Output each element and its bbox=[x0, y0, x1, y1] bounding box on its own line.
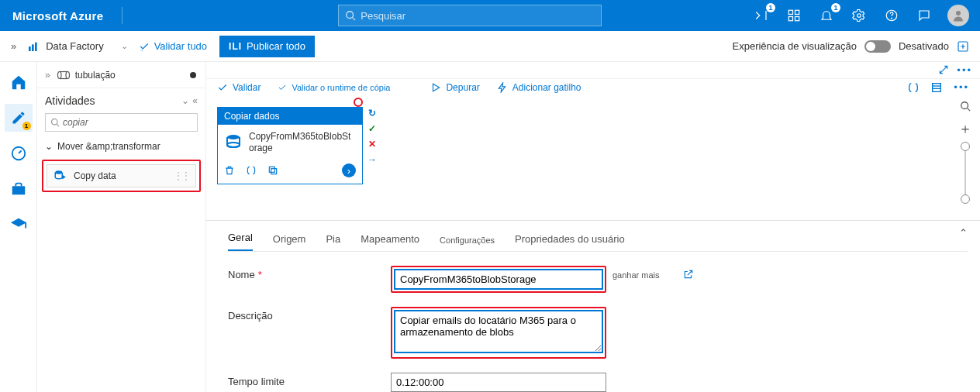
expand-tree-icon[interactable]: » bbox=[45, 70, 50, 81]
author-badge: 1 bbox=[22, 122, 31, 130]
name-label: Nome bbox=[228, 269, 255, 280]
rail-home[interactable] bbox=[5, 68, 33, 96]
rail-manage[interactable] bbox=[5, 175, 33, 203]
add-trigger-button[interactable]: Adicionar gatilho bbox=[497, 82, 581, 93]
cloud-shell-icon[interactable]: 1 bbox=[752, 6, 771, 25]
description-input[interactable] bbox=[394, 310, 603, 353]
properties-pane: Geral Origem Pia Mapeamento Configuraçõe… bbox=[206, 220, 980, 392]
svg-point-6 bbox=[858, 14, 861, 18]
svg-rect-11 bbox=[32, 44, 34, 51]
svg-rect-4 bbox=[788, 17, 792, 21]
check-icon bbox=[278, 83, 287, 92]
tab-settings[interactable]: Configurações bbox=[440, 236, 495, 251]
rail-monitor[interactable] bbox=[5, 139, 33, 167]
more-icon[interactable]: ••• bbox=[957, 64, 972, 76]
graduation-icon bbox=[10, 216, 27, 233]
unsaved-indicator bbox=[190, 72, 196, 78]
tab-user-properties[interactable]: Propriedades do usuário bbox=[515, 233, 625, 251]
node-port-fail[interactable]: ✕ bbox=[366, 138, 378, 150]
zoom-slider[interactable] bbox=[964, 146, 966, 200]
node-run-icon[interactable]: › bbox=[342, 163, 356, 177]
pipeline-toolbar: Validar Validar o runtime de cópia Depur… bbox=[206, 79, 980, 96]
account-avatar[interactable] bbox=[947, 5, 969, 26]
settings-icon[interactable] bbox=[850, 6, 868, 25]
azure-logo[interactable]: Microsoft Azure bbox=[0, 9, 116, 22]
name-input[interactable] bbox=[394, 269, 603, 290]
feedback-icon[interactable] bbox=[915, 6, 933, 25]
highlight-copy-data: Copy data ⋮⋮ bbox=[42, 160, 201, 192]
svg-point-8 bbox=[892, 18, 892, 19]
copy-activity-node[interactable]: Copiar dados CopyFromM365toBlobStorage › bbox=[217, 107, 363, 184]
activity-copy-data[interactable]: Copy data ⋮⋮ bbox=[47, 164, 196, 187]
copy-data-icon bbox=[53, 169, 67, 183]
svg-rect-10 bbox=[29, 46, 31, 51]
svg-rect-29 bbox=[269, 167, 274, 172]
pipeline-icon bbox=[57, 70, 71, 80]
node-code-icon[interactable] bbox=[246, 165, 257, 176]
description-label: Descrição bbox=[228, 307, 391, 322]
notifications-badge: 1 bbox=[831, 3, 840, 12]
node-breakpoint-indicator bbox=[354, 98, 363, 107]
preview-toggle[interactable] bbox=[864, 40, 891, 53]
activities-title: Atividades bbox=[45, 95, 95, 107]
expand-rail-icon[interactable]: » bbox=[11, 40, 16, 52]
zoom-in-icon[interactable]: ＋ bbox=[958, 119, 972, 138]
node-port-success[interactable]: ✓ bbox=[366, 122, 378, 135]
breadcrumb[interactable]: Data Factory ⌄ bbox=[27, 40, 138, 53]
preview-state-label: Desativado bbox=[899, 40, 949, 52]
activities-panel: » tubulação Atividades ⌄ « copiar ⌄ Move… bbox=[37, 62, 206, 392]
publish-all-button[interactable]: ILI Publicar todo bbox=[219, 36, 315, 57]
node-port-skip[interactable]: → bbox=[366, 153, 378, 166]
factory-icon bbox=[27, 40, 40, 53]
activities-search[interactable]: copiar bbox=[45, 113, 198, 132]
canvas-search-icon[interactable] bbox=[960, 101, 971, 112]
directories-icon[interactable] bbox=[785, 6, 803, 25]
code-view-icon[interactable] bbox=[907, 81, 920, 94]
node-name-label: CopyFromM365toBlobStorage bbox=[249, 131, 356, 154]
chevron-down-icon: ⌄ bbox=[45, 141, 53, 152]
check-icon bbox=[139, 41, 150, 52]
validate-button[interactable]: Validar bbox=[217, 82, 261, 93]
open-external-icon[interactable] bbox=[683, 269, 694, 280]
activity-group-move-transform[interactable]: ⌄ Mover &amp;transformar bbox=[37, 136, 205, 156]
pipeline-canvas[interactable]: Copiar dados CopyFromM365toBlobStorage ›… bbox=[206, 96, 980, 220]
collapse-props-icon[interactable]: ⌃ bbox=[959, 227, 968, 239]
search-icon bbox=[345, 10, 356, 21]
svg-point-17 bbox=[66, 71, 70, 78]
svg-line-1 bbox=[353, 18, 356, 21]
more-actions-icon[interactable]: ••• bbox=[954, 81, 969, 94]
chevron-down-icon: ⌄ bbox=[121, 41, 128, 51]
expand-canvas-icon[interactable] bbox=[938, 64, 949, 75]
debug-button[interactable]: Depurar bbox=[430, 82, 479, 93]
tab-mapping[interactable]: Mapeamento bbox=[361, 233, 419, 251]
rail-author[interactable]: 1 bbox=[5, 104, 33, 132]
expand-all-icon[interactable]: ⌄ bbox=[181, 95, 189, 106]
feedback-link-icon[interactable] bbox=[957, 40, 969, 53]
delete-node-icon[interactable] bbox=[224, 165, 235, 176]
clone-node-icon[interactable] bbox=[267, 165, 278, 176]
notifications-icon[interactable]: 1 bbox=[817, 6, 836, 25]
search-icon bbox=[50, 118, 60, 127]
tab-general[interactable]: Geral bbox=[228, 232, 253, 251]
node-port-retry[interactable]: ↻ bbox=[366, 107, 378, 119]
adf-command-bar: » Data Factory ⌄ Validar tudo ILI Public… bbox=[0, 31, 980, 62]
properties-icon[interactable] bbox=[930, 81, 943, 94]
timeout-input[interactable] bbox=[391, 373, 606, 392]
validate-all-button[interactable]: Validar tudo bbox=[139, 40, 207, 52]
svg-rect-5 bbox=[795, 17, 799, 21]
help-icon[interactable] bbox=[882, 6, 901, 25]
svg-point-27 bbox=[227, 143, 240, 147]
collapse-panel-icon[interactable]: « bbox=[192, 95, 198, 106]
svg-point-9 bbox=[956, 11, 961, 15]
rail-learn[interactable] bbox=[5, 211, 33, 239]
svg-rect-3 bbox=[795, 10, 799, 14]
pipeline-tab[interactable]: » tubulação bbox=[37, 62, 205, 88]
node-type-label: Copiar dados bbox=[218, 108, 362, 125]
tab-source[interactable]: Origem bbox=[273, 233, 306, 251]
validate-copy-runtime-button[interactable]: Validar o runtime de cópia bbox=[278, 83, 390, 92]
timeout-label: Tempo limite bbox=[228, 373, 391, 387]
tab-sink[interactable]: Pia bbox=[326, 233, 340, 251]
trigger-icon bbox=[497, 82, 508, 93]
learn-more-link[interactable]: ganhar mais bbox=[612, 270, 660, 280]
global-search[interactable]: Pesquisar bbox=[338, 5, 602, 26]
